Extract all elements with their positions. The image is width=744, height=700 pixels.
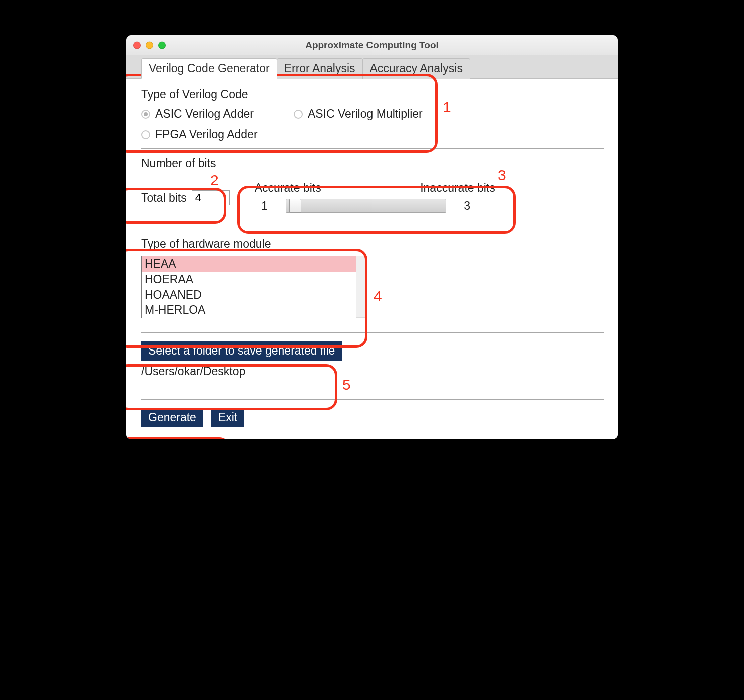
section-module-heading: Type of hardware module xyxy=(141,237,604,251)
divider xyxy=(141,148,604,149)
radio-asic-verilog-multiplier[interactable]: ASIC Verilog Multiplier xyxy=(294,107,423,121)
radio-fpga-verilog-adder[interactable]: FPGA Verilog Adder xyxy=(141,128,258,141)
list-item[interactable]: HEAA xyxy=(142,256,356,272)
slider-thumb-icon[interactable] xyxy=(289,199,301,213)
radio-dot-icon xyxy=(294,110,303,119)
window-close-button[interactable] xyxy=(133,41,141,49)
divider xyxy=(141,332,604,333)
action-buttons: Generate Exit xyxy=(141,408,604,427)
generate-button[interactable]: Generate xyxy=(141,408,203,427)
tab-accuracy-analysis[interactable]: Accuracy Analysis xyxy=(362,58,470,79)
accurate-bits-label: Accurate bits xyxy=(255,181,321,195)
radio-label: ASIC Verilog Adder xyxy=(155,107,254,121)
annotation-box-6 xyxy=(126,437,230,439)
bits-slider-block: Accurate bits Inaccurate bits 1 3 xyxy=(255,181,495,213)
list-item[interactable]: M-HERLOA xyxy=(142,302,356,318)
window-minimize-button[interactable] xyxy=(146,41,153,49)
divider xyxy=(141,229,604,229)
section-hardware-module: Type of hardware module HEAA HOERAA HOAA… xyxy=(141,237,604,318)
inaccurate-bits-label: Inaccurate bits xyxy=(420,181,495,195)
tabstrip: Verilog Code Generator Error Analysis Ac… xyxy=(126,55,618,79)
bits-slider[interactable] xyxy=(286,199,446,213)
traffic-lights xyxy=(133,41,166,49)
divider xyxy=(141,399,604,400)
exit-button[interactable]: Exit xyxy=(211,408,244,427)
radio-label: ASIC Verilog Multiplier xyxy=(308,107,423,121)
section-folder: Select a folder to save generated file /… xyxy=(141,341,604,378)
radio-label: FPGA Verilog Adder xyxy=(155,128,258,141)
tab-verilog-code-generator[interactable]: Verilog Code Generator xyxy=(141,58,277,79)
section-verilog-type-heading: Type of Verilog Code xyxy=(141,88,604,101)
radio-asic-verilog-adder[interactable]: ASIC Verilog Adder xyxy=(141,107,254,121)
list-item[interactable]: HOAANED xyxy=(142,287,356,303)
total-bits-input[interactable] xyxy=(192,190,230,205)
tab-error-analysis[interactable]: Error Analysis xyxy=(277,58,363,79)
section-bits-heading: Number of bits xyxy=(141,157,604,170)
annotation-number-5: 5 xyxy=(342,376,351,393)
listbox-scrollbar[interactable] xyxy=(356,256,367,318)
window-zoom-button[interactable] xyxy=(158,41,166,49)
radio-dot-icon xyxy=(141,110,150,119)
verilog-type-radio-group: ASIC Verilog Adder ASIC Verilog Multipli… xyxy=(141,107,604,141)
accurate-bits-value: 1 xyxy=(255,199,275,213)
selected-folder-path: /Users/okar/Desktop xyxy=(141,365,604,378)
radio-dot-icon xyxy=(141,130,150,139)
total-bits-field: Total bits xyxy=(141,190,230,205)
titlebar: Approximate Computing Tool xyxy=(126,35,618,55)
app-window: Approximate Computing Tool Verilog Code … xyxy=(126,35,618,439)
select-folder-button[interactable]: Select a folder to save generated file xyxy=(141,341,342,361)
total-bits-label: Total bits xyxy=(141,191,187,205)
section-verilog-type: Type of Verilog Code ASIC Verilog Adder … xyxy=(141,88,604,141)
list-item[interactable]: HOERAA xyxy=(142,272,356,287)
hardware-module-listbox[interactable]: HEAA HOERAA HOAANED M-HERLOA xyxy=(141,256,356,318)
inaccurate-bits-value: 3 xyxy=(457,199,477,213)
section-number-of-bits: Number of bits Total bits Accurate bits … xyxy=(141,157,604,213)
window-title: Approximate Computing Tool xyxy=(126,40,618,51)
tab-content: Type of Verilog Code ASIC Verilog Adder … xyxy=(126,79,618,439)
